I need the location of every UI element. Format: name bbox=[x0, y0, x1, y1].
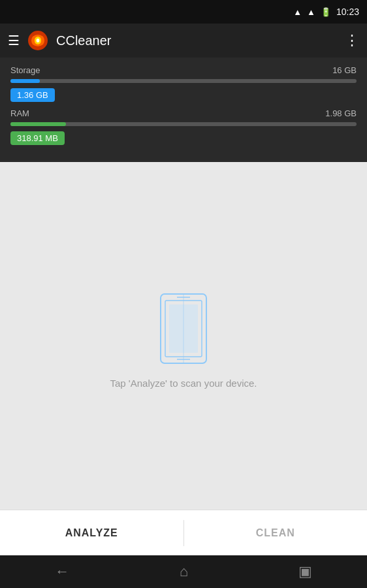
storage-stat: Storage 16 GB 1.36 GB bbox=[10, 65, 357, 102]
stats-bar: Storage 16 GB 1.36 GB RAM 1.98 GB 318.91… bbox=[0, 57, 367, 162]
app-logo bbox=[27, 30, 48, 51]
ram-badge: 318.91 MB bbox=[10, 131, 65, 145]
app-title: CCleaner bbox=[56, 33, 337, 48]
main-content: Tap 'Analyze' to scan your device. bbox=[0, 162, 367, 519]
status-bar: ▲ ▲ 🔋 10:23 bbox=[0, 0, 367, 24]
status-time: 10:23 bbox=[336, 7, 359, 17]
home-button[interactable]: ⌂ bbox=[180, 563, 188, 580]
battery-icon: 🔋 bbox=[321, 7, 331, 17]
clean-button[interactable]: CLEAN bbox=[184, 510, 368, 555]
recent-apps-button[interactable]: ▣ bbox=[298, 563, 312, 580]
storage-progress-fill bbox=[10, 79, 40, 83]
bottom-nav: ← ⌂ ▣ bbox=[0, 555, 367, 588]
top-bar: ☰ CCleaner ⋮ bbox=[0, 24, 367, 57]
scan-hint: Tap 'Analyze' to scan your device. bbox=[110, 378, 257, 389]
storage-progress-track bbox=[10, 79, 357, 83]
ram-stat: RAM 1.98 GB 318.91 MB bbox=[10, 108, 357, 145]
more-options-icon[interactable]: ⋮ bbox=[345, 32, 359, 49]
back-button[interactable]: ← bbox=[55, 563, 69, 580]
storage-label: Storage bbox=[10, 65, 40, 75]
ram-label: RAM bbox=[10, 108, 29, 118]
analyze-button[interactable]: ANALYZE bbox=[0, 510, 184, 555]
ram-total: 1.98 GB bbox=[325, 108, 357, 118]
ram-progress-track bbox=[10, 122, 357, 126]
ram-progress-fill bbox=[10, 122, 66, 126]
storage-badge: 1.36 GB bbox=[10, 88, 55, 102]
action-bar: ANALYZE CLEAN bbox=[0, 510, 367, 555]
phone-illustration bbox=[157, 293, 210, 365]
wifi-icon: ▲ bbox=[293, 7, 302, 17]
storage-total: 16 GB bbox=[332, 65, 357, 75]
signal-icon: ▲ bbox=[307, 7, 315, 17]
menu-icon[interactable]: ☰ bbox=[8, 33, 20, 48]
